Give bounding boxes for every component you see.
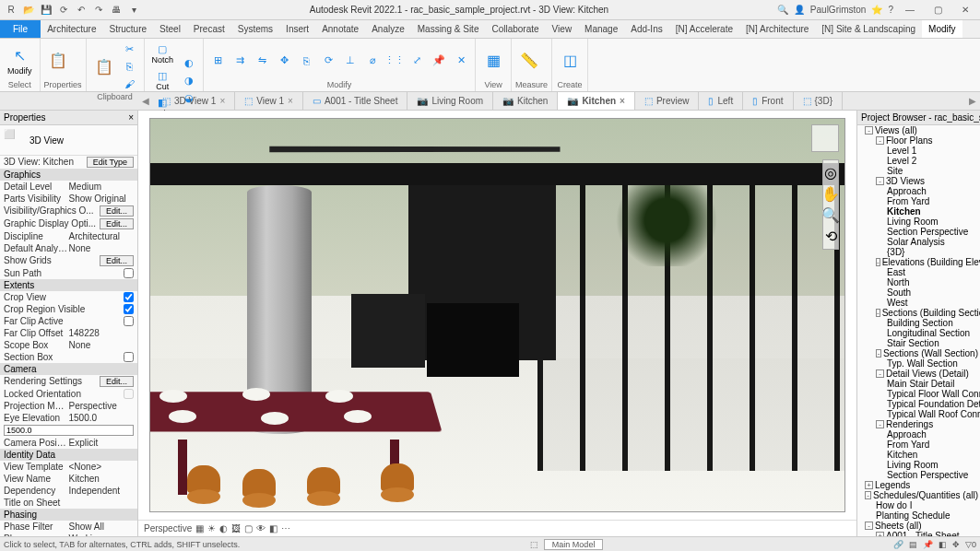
parts-vis-value[interactable]: Show Original — [69, 193, 135, 204]
align-icon[interactable]: ⊞ — [207, 53, 228, 69]
select-face-icon[interactable]: ◧ — [939, 540, 947, 549]
minimize-button[interactable]: — — [899, 2, 921, 18]
dad-value[interactable]: None — [69, 243, 135, 253]
tree-item[interactable]: From Yard — [857, 440, 980, 450]
tab-analyze[interactable]: Analyze — [365, 20, 411, 38]
tab-accelerate[interactable]: [N] Accelerate — [669, 20, 739, 38]
split-face-icon[interactable]: ◑ — [179, 72, 199, 88]
crop-view-checkbox[interactable] — [124, 292, 134, 302]
steering-icon[interactable]: ◎ — [824, 164, 837, 182]
offset-icon[interactable]: ⇉ — [230, 53, 250, 69]
trim-icon[interactable]: ⊥ — [340, 53, 360, 69]
shadow-icon[interactable]: ◐ — [219, 523, 228, 533]
doc-tab-view1[interactable]: ⬚View 1× — [235, 92, 303, 110]
render-edit-button[interactable]: Edit... — [100, 376, 134, 387]
scale-label[interactable]: Perspective — [144, 523, 192, 533]
doc-tab-left[interactable]: ▯Left — [699, 92, 743, 110]
tree-item[interactable]: Planting Schedule — [857, 510, 980, 521]
panel-close-icon[interactable]: × — [128, 112, 134, 123]
tree-item[interactable]: Stair Section — [857, 338, 980, 348]
tree-3dviews[interactable]: -3D Views — [857, 176, 980, 186]
open-icon[interactable]: 📂 — [21, 3, 36, 18]
tree-sections-w[interactable]: -Sections (Wall Section) — [857, 348, 980, 358]
visual-style-icon[interactable]: ▦ — [195, 523, 204, 533]
paste-button[interactable]: 📋 — [90, 54, 118, 78]
tab-massing[interactable]: Massing & Site — [411, 20, 486, 38]
copy-button[interactable]: ⎘ — [120, 58, 140, 75]
close-button[interactable]: ✕ — [954, 2, 976, 18]
section-phasing[interactable]: Phasing — [0, 509, 137, 521]
tree-item[interactable]: Typical Floor Wall Connection — [857, 389, 980, 399]
measure-button[interactable]: 📏 — [515, 49, 543, 73]
drag-icon[interactable]: ✥ — [952, 540, 960, 549]
undo-icon[interactable]: ↶ — [74, 3, 89, 18]
tree-item[interactable]: Typ. Wall Section — [857, 358, 980, 369]
save-icon[interactable]: 💾 — [39, 3, 53, 18]
cut-button[interactable]: ✂ — [120, 41, 140, 57]
collapse-icon[interactable]: - — [876, 369, 884, 378]
tab-scroll-left[interactable]: ◀ — [138, 96, 153, 106]
tab-precast[interactable]: Precast — [187, 20, 231, 38]
detail-level-value[interactable]: Medium — [69, 182, 135, 192]
scale-icon[interactable]: ⤢ — [407, 53, 427, 69]
tab-insert[interactable]: Insert — [279, 20, 315, 38]
help-icon[interactable]: ? — [888, 5, 893, 15]
tab-nsite[interactable]: [N] Site & Landscaping — [815, 20, 922, 38]
cut-geom-button[interactable]: ◫Cut — [148, 67, 178, 93]
tree-item[interactable]: Kitchen — [857, 450, 980, 460]
eye-value[interactable]: 1500.0 — [69, 413, 135, 423]
crop-icon[interactable]: ▢ — [244, 523, 253, 533]
tab-systems[interactable]: Systems — [231, 20, 279, 38]
3d-canvas[interactable]: ◎ ✋ 🔍 ⟲ — [149, 118, 845, 512]
sync-icon[interactable]: ⟳ — [56, 3, 71, 18]
tree-item[interactable]: Typical Wall Roof Connection — [857, 409, 980, 419]
tab-collaborate[interactable]: Collaborate — [485, 20, 545, 38]
pan-icon[interactable]: ✋ — [821, 185, 840, 203]
tree-renderings[interactable]: -Renderings — [857, 419, 980, 429]
expand-icon[interactable]: + — [865, 481, 873, 489]
section-extents[interactable]: Extents — [0, 279, 137, 291]
tree-item[interactable]: Level 1 — [857, 146, 980, 156]
collapse-icon[interactable]: - — [876, 420, 884, 428]
tree-item[interactable]: Building Section — [857, 318, 980, 328]
section-camera[interactable]: Camera — [0, 363, 137, 375]
main-model-selector[interactable]: Main Model — [544, 539, 604, 550]
sun-path-checkbox[interactable] — [124, 268, 134, 278]
collapse-icon[interactable]: - — [865, 522, 873, 530]
sun-icon[interactable]: ☀ — [207, 523, 216, 533]
collapse-icon[interactable]: - — [876, 309, 880, 317]
tree-item[interactable]: How do I — [857, 500, 980, 510]
create-button[interactable]: ◫ — [556, 49, 584, 73]
phase-value[interactable]: Working Drawings — [69, 533, 135, 536]
tree-item[interactable]: From Yard — [857, 196, 980, 206]
tree-item[interactable]: Approach — [857, 186, 980, 196]
print-icon[interactable]: 🖶 — [109, 3, 124, 18]
redo-icon[interactable]: ↷ — [91, 3, 106, 18]
doc-tab-preview[interactable]: ⬚Preview — [635, 92, 700, 110]
close-icon[interactable]: × — [219, 96, 225, 106]
tab-view[interactable]: View — [546, 20, 579, 38]
vname-value[interactable]: Kitchen — [69, 474, 135, 484]
type-selector[interactable]: 3D View — [30, 135, 64, 146]
zoom-icon[interactable]: 🔍 — [821, 206, 840, 224]
doc-tab-3dview1[interactable]: ⬚3D View 1× — [153, 92, 235, 110]
filter-icon[interactable]: ▽0 — [965, 540, 976, 549]
tree-item[interactable]: {3D} — [857, 247, 980, 257]
doc-tab-kitchen1[interactable]: 📷Kitchen — [493, 92, 558, 110]
nav-cube[interactable] — [811, 124, 839, 152]
user-name[interactable]: PaulGrimston — [810, 5, 867, 15]
tos-value[interactable] — [69, 498, 135, 508]
tree-elevations[interactable]: -Elevations (Building Elevation) — [857, 257, 980, 267]
collapse-icon[interactable]: - — [876, 177, 884, 185]
tree-legends[interactable]: +Legends — [857, 480, 980, 490]
user-icon[interactable]: 👤 — [794, 5, 805, 15]
favorite-icon[interactable]: ⭐ — [871, 5, 882, 15]
section-box-checkbox[interactable] — [124, 352, 134, 362]
delete-icon[interactable]: ✕ — [451, 53, 471, 69]
match-button[interactable]: 🖌 — [120, 76, 140, 92]
collapse-icon[interactable]: - — [865, 126, 873, 135]
vgo-edit-button[interactable]: Edit... — [100, 205, 134, 217]
tree-sections-b[interactable]: -Sections (Building Section) — [857, 308, 980, 318]
gdo-edit-button[interactable]: Edit... — [100, 218, 134, 229]
view-button[interactable]: ▦ — [479, 49, 507, 73]
